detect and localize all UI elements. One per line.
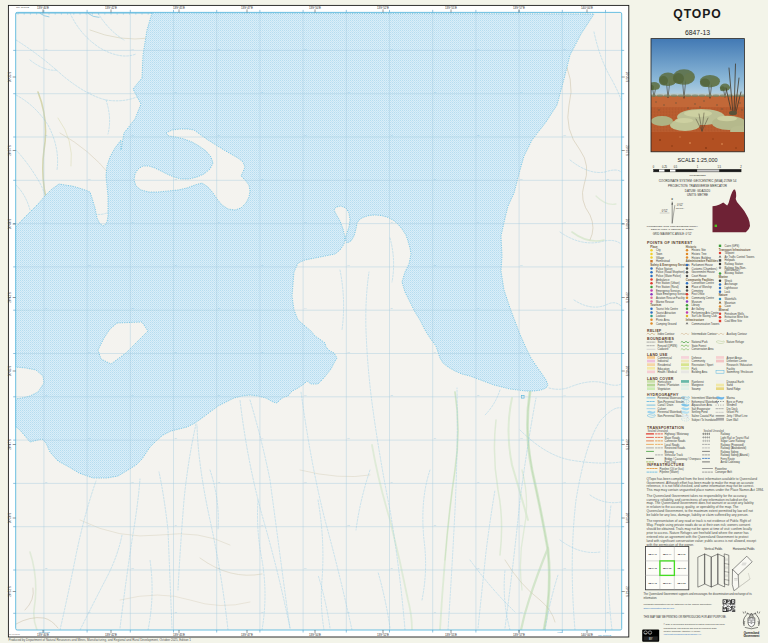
svg-text:Mangrove: Mangrove	[692, 383, 704, 387]
svg-text:Nature Refuge: Nature Refuge	[727, 340, 745, 344]
svg-text:DECLINATION AT CENTRE OF SHEET: DECLINATION AT CENTRE OF SHEET	[651, 228, 694, 231]
svg-text:Picnic Area: Picnic Area	[656, 318, 670, 322]
svg-text:Jetty / Wharf Line: Jetty / Wharf Line	[727, 414, 748, 418]
svg-text:Rainforest: Rainforest	[692, 380, 705, 384]
svg-text:Marine: Marine	[719, 275, 728, 279]
svg-text:Metadata information can be ob: Metadata information can be obtained via…	[644, 603, 713, 606]
svg-text:Aviation Rescue Facility: Aviation Rescue Facility	[656, 296, 685, 300]
svg-text:qtopo.information.qld.gov.au/: qtopo.information.qld.gov.au/	[644, 607, 675, 610]
svg-text:State Border: State Border	[658, 340, 673, 344]
svg-text:Tourist Info Centre: Tourist Info Centre	[656, 307, 678, 311]
svg-text:Horizontal Folds: Horizontal Folds	[733, 547, 755, 551]
svg-text:Museum: Museum	[692, 300, 703, 304]
svg-text:6847-21: 6847-21	[678, 582, 687, 584]
svg-text:This map may contain ungazette: This map may contain ungazetted place na…	[647, 488, 765, 492]
svg-text:Industrial: Industrial	[658, 359, 669, 363]
svg-text:Visit creativecommons.org/lice: Visit creativecommons.org/licenses/by/4.…	[664, 633, 702, 635]
svg-text:Town: Town	[656, 252, 663, 256]
svg-text:Lighthouse: Lighthouse	[725, 286, 739, 290]
svg-text:140°00'E: 140°00'E	[581, 6, 593, 10]
svg-text:Restricted Roads: Restricted Roads	[665, 446, 686, 450]
svg-text:Research / Education: Research / Education	[727, 363, 753, 367]
svg-text:139°40'E: 139°40'E	[37, 6, 49, 10]
svg-text:Swimming / Enclosure: Swimming / Enclosure	[727, 370, 754, 374]
svg-text:139°52'E: 139°52'E	[377, 633, 389, 637]
svg-text:Petroleum Wells: Petroleum Wells	[725, 312, 745, 316]
svg-text:0.25: 0.25	[662, 165, 668, 169]
svg-text:20°52'S: 20°52'S	[625, 586, 629, 596]
svg-text:Powerline: Powerline	[715, 467, 727, 471]
svg-text:20°42'S: 20°42'S	[8, 292, 12, 302]
svg-text:BY: BY	[649, 637, 653, 641]
svg-text:Gravel Pit: Gravel Pit	[727, 410, 739, 414]
svg-text:Highway / Motorway: Highway / Motorway	[665, 432, 690, 436]
svg-text:139°45'E: 139°45'E	[173, 633, 185, 637]
svg-text:INFRASTRUCTURE: INFRASTRUCTURE	[647, 463, 685, 467]
svg-text:20°35'S: 20°35'S	[8, 72, 12, 82]
svg-text:Sugar Cane Railway: Sugar Cane Railway	[721, 439, 746, 443]
svg-text:6847-13: 6847-13	[685, 29, 710, 36]
svg-text:Settling Pond: Settling Pond	[692, 410, 708, 414]
svg-text:Tourism: Tourism	[650, 303, 661, 307]
svg-text:Fenced (QPWS): Fenced (QPWS)	[658, 344, 678, 348]
svg-text:Air Traffic Control Towers: Air Traffic Control Towers	[725, 255, 756, 259]
svg-text:Historic Tree: Historic Tree	[692, 252, 708, 256]
svg-text:6847-24: 6847-24	[663, 582, 672, 584]
svg-text:Police Station: Police Station	[656, 267, 673, 271]
svg-text:20°37'S: 20°37'S	[625, 145, 629, 155]
svg-text:Sand: Sand	[727, 383, 734, 387]
svg-text:139°47'E: 139°47'E	[241, 633, 253, 637]
svg-text:6847-11: 6847-11	[678, 553, 687, 555]
svg-text:Perennial Watercourse: Perennial Watercourse	[658, 396, 686, 400]
svg-text:Place: Place	[650, 245, 658, 249]
svg-text:Auxiliary Contour: Auxiliary Contour	[727, 332, 748, 336]
svg-text:The Queensland Government supp: The Queensland Government supports and e…	[644, 592, 753, 596]
svg-text:Defence: Defence	[692, 356, 703, 360]
svg-text:20°50'S: 20°50'S	[8, 513, 12, 523]
svg-text:Busway: Busway	[665, 450, 675, 454]
svg-text:450000mE: 450000mE	[38, 631, 50, 634]
svg-text:139°57'30"E: 139°57'30"E	[598, 634, 612, 637]
svg-text:Railway Station: Railway Station	[725, 262, 744, 266]
svg-text:Government: Government	[743, 634, 759, 638]
svg-text:Perennial Waterbody: Perennial Waterbody	[658, 410, 684, 414]
svg-text:139°57'E: 139°57'E	[513, 633, 525, 637]
svg-text:Connector Roads: Connector Roads	[665, 439, 687, 443]
svg-text:Education: Education	[658, 367, 670, 371]
svg-text:THIS MAP MAY BE PRINTED OR REP: THIS MAP MAY BE PRINTED OR REPRODUCED FO…	[644, 615, 727, 619]
svg-text:6847-44: 6847-44	[663, 553, 672, 555]
svg-text:6847-12: 6847-12	[678, 567, 687, 569]
svg-text:20°42'S: 20°42'S	[625, 292, 629, 302]
svg-text:Waterfalls: Waterfalls	[725, 297, 738, 301]
svg-text:Marina: Marina	[727, 396, 736, 400]
svg-text:0°52': 0°52'	[662, 209, 668, 213]
svg-text:Village: Village	[656, 256, 665, 260]
svg-text:0.5: 0.5	[674, 165, 678, 169]
svg-text:139°55'E: 139°55'E	[445, 6, 457, 10]
svg-text:Horticulture: Horticulture	[658, 380, 672, 384]
svg-text:Fire Station (Rural): Fire Station (Rural)	[656, 285, 679, 289]
svg-text:Ferry Route: Ferry Route	[721, 457, 736, 461]
svg-text:Government House: Government House	[692, 270, 716, 274]
svg-text:Pipeline (Oil or Gas): Pipeline (Oil or Gas)	[660, 467, 684, 471]
svg-text:COORDINATE SYSTEM: GEOCENTRIC: COORDINATE SYSTEM: GEOCENTRIC (MGA) ZONE…	[659, 179, 737, 183]
svg-text:Ephemeral Waterbody: Ephemeral Waterbody	[692, 400, 719, 404]
svg-text:139°42'E: 139°42'E	[105, 6, 117, 10]
svg-text:Railway (Abandoned): Railway (Abandoned)	[721, 446, 747, 450]
svg-text:information.: information.	[644, 596, 658, 600]
svg-text:Nature: Nature	[719, 293, 728, 297]
svg-text:Wreck: Wreck	[725, 279, 733, 283]
svg-text:Historic: Historic	[686, 245, 697, 249]
svg-text:Canal / Drain: Canal / Drain	[658, 403, 674, 407]
svg-text:Park: Park	[692, 367, 698, 371]
svg-text:Health / Medical: Health / Medical	[658, 370, 678, 374]
svg-text:1.5: 1.5	[717, 165, 721, 169]
svg-text:Conservation Area: Conservation Area	[692, 347, 715, 351]
svg-text:Mineral: Mineral	[719, 308, 729, 312]
svg-text:20°52'S: 20°52'S	[8, 586, 12, 596]
svg-text:City: City	[656, 248, 661, 252]
svg-text:Major Roads: Major Roads	[665, 436, 681, 440]
svg-text:Emergency Services: Emergency Services	[656, 289, 681, 293]
svg-text:UNITS: METRE: UNITS: METRE	[687, 193, 708, 197]
svg-text:Recreation / Sport: Recreation / Sport	[692, 363, 714, 367]
